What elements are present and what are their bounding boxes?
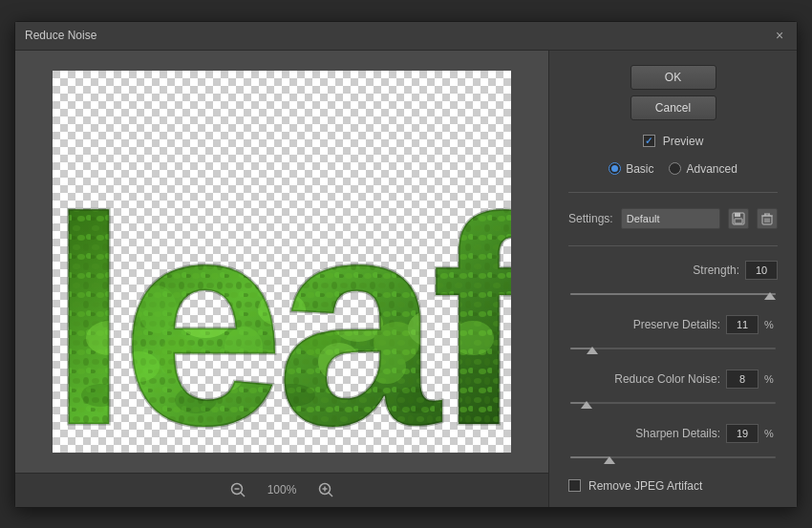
- preserve-details-slider[interactable]: [568, 346, 778, 350]
- title-bar: Reduce Noise ×: [15, 22, 797, 51]
- dialog-body: leaf: [15, 51, 797, 507]
- controls-panel: OK Cancel Preview Basic Advanced: [548, 51, 797, 507]
- reduce-color-noise-label: Reduce Color Noise:: [568, 372, 720, 386]
- settings-row: Settings: Default: [568, 208, 778, 229]
- strength-slider-container[interactable]: [568, 291, 778, 296]
- preview-checkbox[interactable]: [643, 135, 655, 147]
- leaf-svg: leaf: [53, 71, 511, 453]
- sharpen-details-row: Sharpen Details: 19 %: [568, 424, 778, 443]
- artifact-row: Remove JPEG Artifact: [568, 479, 778, 493]
- preserve-details-thumb[interactable]: [587, 347, 598, 354]
- strength-thumb-triangle[interactable]: [764, 292, 776, 300]
- canvas-panel: leaf: [15, 51, 548, 507]
- svg-line-40: [329, 493, 332, 496]
- settings-label: Settings:: [568, 212, 613, 225]
- reduce-color-noise-unit: %: [764, 373, 778, 385]
- sharpen-details-value[interactable]: 19: [726, 424, 759, 443]
- close-button[interactable]: ×: [772, 28, 787, 43]
- zoom-percent: 100%: [267, 483, 297, 496]
- artifact-checkbox[interactable]: [568, 479, 581, 492]
- preserve-details-track: [570, 348, 776, 349]
- preserve-details-thumb-triangle[interactable]: [587, 347, 598, 354]
- mode-radio-group: Basic Advanced: [568, 162, 778, 176]
- sharpen-details-unit: %: [764, 428, 778, 439]
- cancel-button[interactable]: Cancel: [630, 95, 716, 120]
- artifact-label: Remove JPEG Artifact: [588, 479, 702, 493]
- advanced-radio[interactable]: [669, 162, 681, 175]
- dialog-title: Reduce Noise: [25, 29, 96, 42]
- settings-delete-icon[interactable]: [757, 208, 778, 229]
- strength-thumb[interactable]: [764, 292, 776, 300]
- sharpen-details-thumb-triangle[interactable]: [604, 456, 615, 464]
- advanced-label: Advanced: [686, 162, 737, 176]
- strength-label: Strength:: [568, 264, 739, 277]
- svg-line-36: [241, 493, 245, 496]
- svg-text:leaf: leaf: [53, 156, 511, 453]
- settings-dropdown[interactable]: Default: [621, 208, 720, 229]
- strength-row: Strength: 10: [568, 261, 778, 280]
- advanced-radio-option[interactable]: Advanced: [669, 162, 737, 176]
- settings-save-icon[interactable]: [728, 208, 749, 229]
- basic-radio[interactable]: [609, 162, 621, 175]
- reduce-noise-dialog: Reduce Noise ×: [14, 21, 798, 508]
- strength-value[interactable]: 10: [745, 261, 778, 280]
- sharpen-details-slider[interactable]: [568, 454, 778, 459]
- sharpen-details-track: [570, 456, 776, 458]
- preserve-details-label: Preserve Details:: [568, 318, 720, 331]
- reduce-color-noise-row: Reduce Color Noise: 8 %: [568, 370, 778, 389]
- preserve-details-value[interactable]: 11: [726, 315, 759, 334]
- action-buttons: OK Cancel: [568, 65, 778, 120]
- strength-fill: [570, 293, 776, 295]
- reduce-color-noise-value[interactable]: 8: [726, 370, 759, 389]
- sharpen-details-label: Sharpen Details:: [568, 427, 720, 440]
- canvas-content: leaf: [53, 71, 511, 453]
- strength-track: [570, 293, 776, 295]
- reduce-color-noise-track: [570, 402, 776, 404]
- svg-rect-42: [735, 213, 740, 217]
- canvas-area[interactable]: leaf: [15, 51, 548, 473]
- reduce-color-noise-thumb-triangle[interactable]: [581, 401, 592, 409]
- preserve-details-row: Preserve Details: 11 %: [568, 315, 778, 334]
- reduce-color-noise-slider[interactable]: [568, 400, 778, 405]
- sharpen-details-thumb[interactable]: [604, 456, 615, 464]
- preview-row: Preview: [568, 135, 778, 148]
- preserve-details-unit: %: [764, 319, 778, 330]
- basic-radio-option[interactable]: Basic: [609, 162, 653, 176]
- canvas-toolbar: 100%: [15, 473, 548, 507]
- zoom-in-button[interactable]: [315, 479, 336, 500]
- basic-label: Basic: [626, 162, 653, 176]
- svg-rect-43: [735, 219, 742, 223]
- zoom-out-button[interactable]: [227, 479, 248, 500]
- preview-label: Preview: [663, 135, 704, 148]
- reduce-color-noise-thumb[interactable]: [581, 401, 592, 409]
- ok-button[interactable]: OK: [630, 65, 716, 90]
